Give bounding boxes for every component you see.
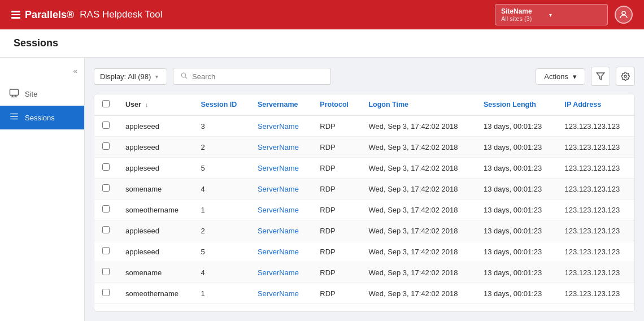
row-user: somename: [118, 179, 193, 199]
row-session-length: 13 days, 00:01:23: [476, 199, 557, 220]
select-all-checkbox[interactable]: [102, 100, 110, 107]
row-session-id: 2: [193, 220, 250, 241]
page-header: Sessions: [0, 29, 644, 58]
col-servername-label: Servername: [258, 101, 298, 109]
row-servername[interactable]: ServerName: [250, 179, 312, 199]
row-servername[interactable]: ServerName: [250, 220, 312, 241]
row-user: someothername: [118, 283, 193, 304]
site-count: All sites (3): [501, 15, 532, 22]
col-protocol[interactable]: Protocol: [312, 94, 360, 115]
select-all-col: [94, 94, 118, 115]
row-logon-time: Wed, Sep 3, 17:42:02 2018: [360, 241, 476, 262]
sessions-icon: [9, 111, 19, 124]
col-servername[interactable]: Servername: [250, 94, 312, 115]
row-checkbox[interactable]: [102, 122, 110, 129]
row-session-length: 13 days, 00:01:23: [476, 283, 557, 304]
col-user-label: User: [125, 101, 141, 109]
row-checkbox-cell: [94, 220, 118, 241]
row-logon-time: Wed, Sep 3, 17:42:02 2018: [360, 137, 476, 158]
sidebar-item-sessions[interactable]: Sessions: [0, 106, 84, 129]
row-checkbox[interactable]: [102, 268, 110, 275]
row-checkbox[interactable]: [102, 142, 110, 150]
row-protocol: RDP: [312, 262, 360, 283]
row-checkbox-cell: [94, 137, 118, 158]
sidebar-collapse-button[interactable]: «: [0, 67, 84, 82]
filter-button[interactable]: [591, 67, 610, 86]
col-user[interactable]: User ↓: [118, 94, 193, 115]
row-user: appleseed: [118, 220, 193, 241]
row-servername[interactable]: ServerName: [250, 137, 312, 158]
col-logon-time[interactable]: Logon Time: [360, 94, 476, 115]
row-checkbox[interactable]: [102, 205, 110, 212]
svg-point-8: [181, 73, 186, 77]
col-session-id-label: Session ID: [201, 101, 237, 109]
svg-line-9: [185, 77, 187, 79]
sidebar: « Site Sessions: [0, 58, 85, 321]
row-ip-address: 123.123.123.123: [557, 241, 634, 262]
row-ip-address: 123.123.123.123: [557, 115, 634, 137]
row-user: appleseed: [118, 137, 193, 158]
row-checkbox[interactable]: [102, 289, 110, 296]
row-ip-address: 123.123.123.123: [557, 220, 634, 241]
row-servername[interactable]: ServerName: [250, 199, 312, 220]
app-title: RAS Helpdesk Tool: [80, 9, 162, 20]
svg-rect-1: [10, 89, 19, 96]
row-servername[interactable]: ServerName: [250, 115, 312, 137]
row-logon-time: Wed, Sep 3, 17:42:02 2018: [360, 220, 476, 241]
row-checkbox-cell: [94, 158, 118, 179]
row-user: somename: [118, 262, 193, 283]
row-checkbox-cell: [94, 199, 118, 220]
row-ip-address: 123.123.123.123: [557, 199, 634, 220]
user-avatar[interactable]: [615, 6, 633, 24]
brand-name: Parallels®: [25, 9, 74, 21]
row-ip-address: 123.123.123.123: [557, 137, 634, 158]
row-protocol: RDP: [312, 199, 360, 220]
row-protocol: RDP: [312, 137, 360, 158]
site-selector-info: SiteName All sites (3): [501, 7, 532, 22]
site-selector[interactable]: SiteName All sites (3) ▾: [495, 4, 608, 25]
row-user: appleseed: [118, 241, 193, 262]
logo-bars: [11, 11, 20, 19]
row-checkbox[interactable]: [102, 226, 110, 233]
row-servername[interactable]: ServerName: [250, 158, 312, 179]
row-checkbox[interactable]: [102, 163, 110, 171]
row-checkbox-cell: [94, 179, 118, 199]
content-area: « Site Sessions: [0, 58, 644, 321]
app-header: Parallels® RAS Helpdesk Tool SiteName Al…: [0, 0, 644, 29]
table-header-row: User ↓ Session ID Servername Protocol: [94, 94, 634, 115]
row-session-length: 13 days, 00:01:23: [476, 115, 557, 137]
row-session-id: 4: [193, 179, 250, 199]
row-session-length: 13 days, 00:01:23: [476, 220, 557, 241]
col-session-length[interactable]: Session Length: [476, 94, 557, 115]
row-session-id: 5: [193, 241, 250, 262]
actions-chevron-icon: ▾: [573, 72, 577, 81]
row-session-length: 13 days, 00:01:23: [476, 137, 557, 158]
display-filter[interactable]: Display: All (98) ▾: [94, 68, 167, 85]
actions-button[interactable]: Actions ▾: [536, 68, 585, 85]
table-row: appleseed 5 ServerName RDP Wed, Sep 3, 1…: [94, 241, 634, 262]
search-input[interactable]: [192, 72, 324, 81]
row-servername[interactable]: ServerName: [250, 241, 312, 262]
settings-button[interactable]: [616, 67, 635, 86]
table-row: somename 4 ServerName RDP Wed, Sep 3, 17…: [94, 179, 634, 199]
sidebar-item-site[interactable]: Site: [0, 82, 84, 106]
search-icon: [180, 72, 188, 81]
row-user: appleseed: [118, 158, 193, 179]
table-row: someothername 1 ServerName RDP Wed, Sep …: [94, 283, 634, 304]
page: Sessions « Site Se: [0, 29, 644, 321]
row-checkbox[interactable]: [102, 247, 110, 254]
row-session-id: 1: [193, 283, 250, 304]
row-checkbox[interactable]: [102, 184, 110, 192]
row-logon-time: Wed, Sep 3, 17:42:02 2018: [360, 262, 476, 283]
toolbar: Display: All (98) ▾ Actions ▾: [94, 67, 635, 86]
col-ip-address[interactable]: IP Address: [557, 94, 634, 115]
row-servername[interactable]: ServerName: [250, 262, 312, 283]
row-servername[interactable]: ServerName: [250, 283, 312, 304]
row-checkbox-cell: [94, 241, 118, 262]
row-protocol: RDP: [312, 241, 360, 262]
table-row: appleseed 2 ServerName RDP Wed, Sep 3, 1…: [94, 137, 634, 158]
row-checkbox-cell: [94, 115, 118, 137]
row-logon-time: Wed, Sep 3, 17:42:02 2018: [360, 115, 476, 137]
row-session-length: 13 days, 00:01:23: [476, 158, 557, 179]
col-session-id[interactable]: Session ID: [193, 94, 250, 115]
